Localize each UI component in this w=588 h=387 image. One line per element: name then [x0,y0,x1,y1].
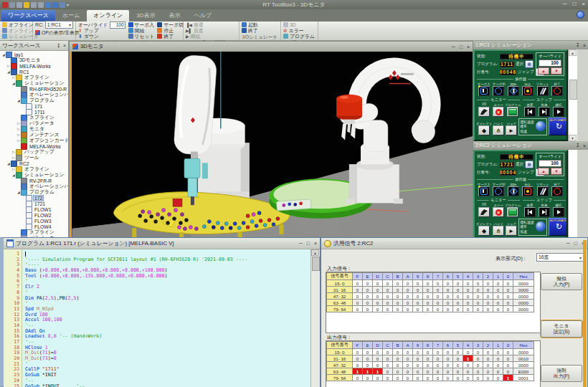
bit-cell[interactable]: 0 [473,306,483,312]
tree-item[interactable]: 1721 [0,201,68,206]
bit-cell[interactable]: 0 [503,362,513,368]
bit-cell[interactable]: 0 [393,349,403,355]
override-down-button[interactable]: ▼ [551,168,562,175]
bit-cell[interactable]: 0 [363,362,373,368]
bit-cell[interactable]: 0 [393,368,403,375]
bit-cell[interactable]: 0 [463,349,473,355]
pin-icon[interactable]: ↧ [576,42,580,48]
step-back-button[interactable]: 後退 [523,102,537,117]
program-select-button[interactable]: ▦ [525,60,534,68]
editor-scrollbar[interactable]: ▲ [310,249,320,387]
tree-item[interactable]: ◢プログラム [0,189,68,195]
bit-cell[interactable]: 0 [353,306,363,312]
tree-item[interactable]: FLOW2 [0,212,68,218]
bit-cell[interactable]: 0 [453,287,463,293]
op-show-hide-button[interactable]: OPの表示/非表示 [35,30,73,35]
bit-cell[interactable]: 0 [443,287,453,293]
bit-cell[interactable]: 0 [473,362,483,368]
bit-cell[interactable]: 0 [403,287,413,293]
hand-button[interactable]: ハンド⋔ [493,221,504,236]
program-select-button[interactable]: ▦ [525,161,534,168]
code-line[interactable]: Spd M_NSpd [25,307,310,312]
override-up-button[interactable]: ▲ [538,168,549,175]
bit-cell[interactable]: 0 [353,362,363,368]
servo-on-button[interactable]: サーボ入 [477,82,491,96]
ribbon-tab[interactable]: オンライン [87,10,129,22]
bit-cell[interactable]: 0 [353,287,363,293]
bit-cell[interactable]: 0 [503,355,513,362]
bit-cell[interactable]: 0 [503,293,513,300]
pane-scrollbar[interactable] [568,150,577,242]
code-line[interactable]: ' [25,279,310,285]
bit-cell[interactable]: 0 [483,287,493,293]
bit-cell[interactable]: 0 [403,306,413,312]
io-sim-end-button[interactable]: 終了 [242,28,258,33]
bit-cell[interactable]: 0 [433,375,443,381]
bit-cell[interactable]: 1 [373,368,383,375]
bit-cell[interactable]: 0 [433,287,443,293]
bit-cell[interactable]: 0 [483,368,493,375]
bit-cell[interactable]: 0 [463,293,473,300]
speed-selector[interactable]: 運転速度 通常 低速 [518,219,547,236]
step-continue-button[interactable]: ▶継続 [186,34,203,39]
bit-cell[interactable]: 0 [463,362,473,368]
code-line[interactable]: '---- Simulation Program for SCF2011 lay… [25,257,310,263]
bit-cell[interactable]: 0 [463,368,473,375]
bit-cell[interactable]: 0 [443,293,453,300]
bit-cell[interactable]: 0 [453,280,463,287]
bit-cell[interactable]: 0 [453,362,463,368]
code-line[interactable]: Loadset 8,8 '-- (Hand+Work) [25,334,310,340]
direct-button[interactable]: ダイレクト◆ [477,221,491,236]
bit-cell[interactable]: 0 [433,280,443,287]
error-monitor-button[interactable]: エラー× [491,102,506,117]
close-icon[interactable]: × [583,143,586,148]
bit-cell[interactable]: 0 [463,300,473,306]
bit-cell[interactable]: 0 [383,355,393,362]
automatic-button[interactable]: AUTOMATIC ↻ [549,118,568,135]
bit-cell[interactable]: 0 [443,375,453,381]
maximize-icon[interactable]: □ [572,1,576,7]
bit-cell[interactable]: 0 [473,368,483,375]
jog-button[interactable]: ジョグ► [506,121,517,135]
bit-cell[interactable]: 0 [423,287,433,293]
code-line[interactable]: ' [25,301,310,307]
bit-cell[interactable]: 0 [383,368,393,375]
end-button[interactable]: 終了 [550,82,564,96]
pane-scrollbar[interactable]: ▲ ▼ [568,49,577,141]
code-line[interactable]: Dim PA(2,5),PB(2,5) [25,296,310,302]
code-line[interactable]: ' [25,362,310,368]
maximize-icon[interactable]: □ [574,241,577,246]
tree-item[interactable]: ◢シミュレーション [0,172,68,178]
bit-cell[interactable]: 0 [413,362,423,368]
error-monitor-button[interactable]: エラー× [491,203,506,217]
close-icon[interactable]: × [467,44,470,49]
bit-cell[interactable]: 0 [503,300,513,306]
bit-cell[interactable]: 0 [443,300,453,306]
close-icon[interactable]: × [314,241,317,246]
bit-cell[interactable]: 0 [363,280,373,287]
bit-cell[interactable]: 0 [373,293,383,300]
bit-cell[interactable]: 0 [443,355,453,362]
bit-cell[interactable]: 0 [463,280,473,287]
bit-cell[interactable]: 0 [403,349,413,355]
tree-item[interactable]: FLOW3 [0,218,68,224]
speed-knob-icon[interactable] [536,221,546,231]
override-down-button[interactable]: ⬇ダウン [78,34,125,39]
scroll-thumb[interactable] [312,257,320,271]
bit-cell[interactable]: 0 [383,287,393,293]
bit-cell[interactable]: 0 [483,362,493,368]
bit-cell[interactable]: 0 [413,280,423,287]
bit-cell[interactable]: 0 [443,349,453,355]
bit-cell[interactable]: 0 [453,293,463,300]
bit-cell[interactable]: 0 [413,375,423,381]
bit-cell[interactable]: 0 [443,280,453,287]
ribbon-tab[interactable]: 表示 [162,10,186,22]
bit-cell[interactable]: 0 [433,306,443,312]
bit-cell[interactable]: 0 [393,293,403,300]
code-line[interactable]: M_Out(73)=0 [25,356,310,362]
bit-cell[interactable]: 0 [433,300,443,306]
bit-cell[interactable]: 0 [383,306,393,312]
bit-cell[interactable]: 0 [383,362,393,368]
bit-cell[interactable]: 0 [453,368,463,375]
override-input[interactable]: 100 [110,22,125,29]
